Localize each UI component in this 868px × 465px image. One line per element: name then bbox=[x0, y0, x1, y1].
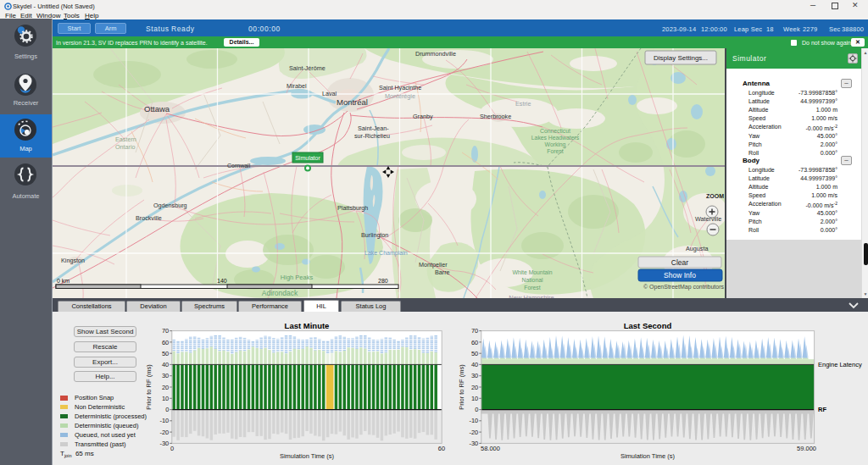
svg-text:Mirabel: Mirabel bbox=[287, 82, 307, 90]
svg-text:60: 60 bbox=[162, 339, 169, 346]
svg-text:Engine Latency: Engine Latency bbox=[818, 361, 862, 368]
svg-text:Plattsburgh: Plattsburgh bbox=[337, 204, 368, 212]
svg-text:Estrie: Estrie bbox=[515, 100, 531, 108]
svg-text:Last Minute: Last Minute bbox=[285, 321, 330, 330]
svg-text:-20: -20 bbox=[159, 429, 169, 436]
svg-text:Laval: Laval bbox=[322, 90, 337, 97]
svg-text:Working: Working bbox=[545, 141, 566, 148]
svg-text:Burlington: Burlington bbox=[361, 231, 388, 239]
svg-text:50: 50 bbox=[471, 350, 478, 357]
svg-text:Lake Champlain: Lake Champlain bbox=[364, 250, 408, 257]
svg-text:Connecticut: Connecticut bbox=[540, 128, 570, 134]
svg-text:Saint-Jérôme: Saint-Jérôme bbox=[289, 64, 326, 72]
svg-text:0 km: 0 km bbox=[57, 278, 70, 284]
svg-text:60: 60 bbox=[471, 339, 478, 346]
svg-text:20: 20 bbox=[471, 384, 478, 391]
svg-text:30: 30 bbox=[471, 372, 478, 379]
svg-text:Barre: Barre bbox=[435, 268, 450, 276]
svg-text:Prior to RF (ms): Prior to RF (ms) bbox=[145, 364, 153, 410]
svg-text:Show Info: Show Info bbox=[664, 271, 696, 280]
svg-text:-10: -10 bbox=[159, 417, 169, 424]
svg-text:Forest: Forest bbox=[547, 148, 563, 154]
svg-text:Ogdensburg: Ogdensburg bbox=[153, 202, 187, 209]
svg-text:70: 70 bbox=[162, 327, 169, 335]
svg-text:Clear: Clear bbox=[671, 258, 688, 267]
svg-text:Display Settings...: Display Settings... bbox=[654, 54, 708, 62]
svg-text:sur-Richelieu: sur-Richelieu bbox=[354, 132, 390, 140]
svg-text:10: 10 bbox=[162, 395, 169, 402]
svg-text:10: 10 bbox=[471, 395, 478, 402]
svg-text:50: 50 bbox=[162, 350, 169, 357]
svg-text:Montréal: Montréal bbox=[337, 97, 368, 107]
svg-text:Montpelier: Montpelier bbox=[419, 261, 448, 268]
svg-text:0: 0 bbox=[475, 406, 478, 413]
svg-text:-30: -30 bbox=[159, 440, 169, 447]
svg-text:Augusta: Augusta bbox=[686, 245, 708, 252]
svg-text:Granby: Granby bbox=[413, 113, 433, 120]
svg-text:© OpenStreetMap contributors: © OpenStreetMap contributors bbox=[643, 284, 725, 291]
svg-text:Saint-Jean-: Saint-Jean- bbox=[358, 125, 389, 132]
svg-text:Saint Hyacinthe: Saint Hyacinthe bbox=[379, 84, 421, 91]
svg-text:Kingston: Kingston bbox=[61, 257, 85, 264]
svg-text:RF: RF bbox=[818, 406, 826, 413]
svg-text:0: 0 bbox=[170, 445, 174, 452]
svg-text:20: 20 bbox=[162, 384, 169, 391]
svg-text:ZOOM: ZOOM bbox=[706, 193, 724, 199]
svg-text:Lakes Headwaters: Lakes Headwaters bbox=[531, 135, 580, 141]
svg-text:Cornwall: Cornwall bbox=[227, 163, 251, 169]
svg-text:40: 40 bbox=[471, 361, 478, 368]
svg-text:Adirondack: Adirondack bbox=[262, 289, 298, 297]
svg-text:0: 0 bbox=[165, 406, 169, 413]
svg-text:280: 280 bbox=[378, 278, 388, 284]
svg-text:Montérégie: Montérégie bbox=[385, 92, 415, 100]
svg-text:Drummondville: Drummondville bbox=[415, 50, 456, 58]
svg-text:Ottawa: Ottawa bbox=[144, 104, 170, 113]
svg-text:White Mountain: White Mountain bbox=[512, 269, 552, 275]
svg-text:Sherbrooke: Sherbrooke bbox=[480, 113, 511, 120]
svg-text:58.000: 58.000 bbox=[481, 445, 500, 452]
svg-text:Last Second: Last Second bbox=[624, 321, 672, 330]
svg-text:-30: -30 bbox=[469, 440, 478, 447]
svg-text:Prior to RF (ms): Prior to RF (ms) bbox=[458, 364, 465, 410]
svg-text:Eastern: Eastern bbox=[115, 136, 136, 143]
svg-text:National: National bbox=[522, 277, 543, 283]
svg-text:Ontario: Ontario bbox=[115, 143, 136, 151]
svg-text:60: 60 bbox=[438, 445, 445, 452]
svg-text:70: 70 bbox=[471, 327, 478, 335]
svg-text:Simulation Time (s): Simulation Time (s) bbox=[280, 452, 335, 460]
svg-text:-20: -20 bbox=[469, 429, 478, 436]
svg-text:Brockville: Brockville bbox=[136, 214, 162, 222]
svg-text:140: 140 bbox=[217, 278, 227, 284]
svg-text:40: 40 bbox=[162, 361, 169, 368]
svg-text:High Peaks: High Peaks bbox=[281, 274, 314, 281]
svg-text:Simulator: Simulator bbox=[295, 155, 320, 161]
svg-text:-10: -10 bbox=[469, 417, 478, 424]
svg-text:30: 30 bbox=[162, 372, 169, 379]
svg-text:59.000: 59.000 bbox=[797, 445, 816, 452]
svg-text:Forest: Forest bbox=[524, 285, 540, 291]
svg-text:Simulation Time (s): Simulation Time (s) bbox=[620, 452, 676, 460]
